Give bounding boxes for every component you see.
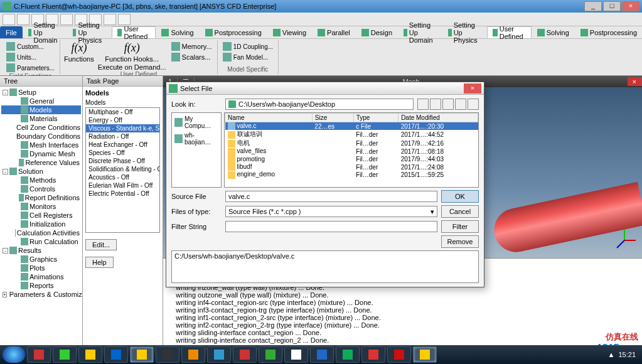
taskbar-app[interactable] [156,346,179,363]
tray-icon[interactable]: ▲ [608,351,615,358]
minimize-button[interactable]: _ [584,1,602,11]
list-view-button[interactable] [455,99,466,110]
tree-node[interactable]: Run Calculation [1,237,81,246]
detail-view-button[interactable] [468,99,479,110]
tree-node[interactable]: -Results [1,246,81,255]
model-item[interactable]: Viscous - Standard k-e, Stan [86,124,159,132]
places-sidebar[interactable]: My Compu…wh-baojian… [171,112,222,188]
models-list[interactable]: Multiphase - OffEnergy - OffViscous - St… [85,107,160,233]
taskbar-app[interactable] [78,346,102,363]
model-item[interactable]: Solidification & Melting - Off [86,165,159,173]
history-list[interactable]: C:/Users/wh-baojianye/Desktop/valve.c [171,250,479,283]
functions-menu[interactable]: Functions [64,55,94,63]
memory-button[interactable]: Memory... [170,41,213,51]
taskbar-app[interactable] [181,346,205,363]
taskbar-app[interactable] [284,346,308,363]
tree-node[interactable]: Plots [1,264,81,272]
ribbon-tab[interactable]: Design [356,26,398,38]
ribbon-tab[interactable]: Viewing [267,26,312,38]
scalars-button[interactable]: Scalars... [170,52,213,62]
ribbon-tab-file[interactable]: File [0,26,23,38]
ribbon-tab[interactable]: Postprocessing [575,26,642,38]
execute-on-demand-button[interactable]: Execute on Demand... [98,63,166,71]
model-item[interactable]: Energy - Off [86,116,159,124]
ribbon-tab[interactable]: Setting Up Domain [23,26,67,38]
file-row[interactable]: valve_filesFil…der2017/1…:08:18 [225,147,478,155]
look-in-combo[interactable]: C:\Users\wh-baojianye\Desktop [225,99,414,110]
file-row[interactable]: engine_demoFil…der2015/1…:59:25 [225,171,478,178]
ribbon-item[interactable]: 1D Coupling... [222,41,274,51]
file-row[interactable]: 联诚培训Fil…der2017/1…:44:52 [225,130,478,139]
file-row[interactable]: libudfFil…der2017/1…:24:08 [225,163,478,171]
tree-node[interactable]: Models [1,105,81,114]
model-item[interactable]: Electric Potential - Off [86,190,159,198]
column-header[interactable]: Type [353,114,398,122]
outline-tree[interactable]: -SetupGeneralModelsMaterialsCell Zone Co… [0,87,82,346]
model-item[interactable]: Species - Off [86,149,159,157]
ribbon-tab[interactable]: Setting Up Physics [442,26,487,38]
taskbar-app[interactable] [27,346,51,363]
start-button[interactable] [3,346,25,363]
toolbar-button[interactable] [118,14,131,25]
up-button[interactable] [430,99,441,110]
ribbon-item[interactable]: Parameters... [5,63,56,73]
tree-node[interactable]: Cell Zone Conditions [1,123,81,132]
tree-node[interactable]: Methods [1,176,81,185]
source-file-input[interactable] [225,191,437,202]
column-header[interactable]: Size [312,114,353,122]
tree-node[interactable]: Boundary Conditions [1,132,81,141]
filter-button[interactable]: Filter [441,220,479,233]
ribbon-item[interactable]: Units... [5,52,56,62]
tree-node[interactable]: Mesh Interfaces [1,141,81,149]
place-item[interactable]: My Compu… [173,114,220,131]
filter-string-input[interactable] [225,221,437,232]
tree-node[interactable]: Calculation Activities [1,228,81,237]
model-item[interactable]: Radiation - Off [86,132,159,141]
tree-node[interactable]: Report Definitions [1,193,81,202]
taskbar-app[interactable] [336,346,360,363]
taskbar-app[interactable] [104,346,128,363]
dialog-close-button[interactable]: × [464,83,481,94]
taskbar-app[interactable] [53,346,77,363]
close-button[interactable]: × [622,1,639,11]
tree-node[interactable]: Dynamic Mesh [1,149,81,158]
ribbon-tab[interactable]: User Defined [487,26,532,38]
remove-button[interactable]: Remove [441,235,479,248]
tree-node[interactable]: Reference Values [1,158,81,167]
ok-button[interactable]: OK [441,190,479,203]
toolbar-button[interactable] [17,14,29,25]
taskbar-app[interactable] [259,346,282,363]
tree-node[interactable]: Initialization [1,220,81,228]
file-row[interactable]: valve.c22…esc File2017/1…:20:30 [225,122,478,131]
toolbar-button[interactable] [3,14,15,25]
model-item[interactable]: Multiphase - Off [86,108,159,116]
ribbon-item[interactable]: Custom... [5,41,56,51]
ribbon-tab[interactable]: Postprocessing [200,26,267,38]
tree-node[interactable]: Reports [1,281,81,290]
tree-node[interactable]: +Parameters & Customiz... [1,290,81,299]
back-button[interactable] [417,99,429,110]
ribbon-item[interactable]: Fan Model... [222,52,274,62]
ribbon-tab[interactable]: Parallel [312,26,356,38]
taskbar-app[interactable] [387,346,411,363]
file-list[interactable]: NameSizeTypeDate Modifiedvalve.c22…esc F… [224,112,479,188]
file-row[interactable]: 电机Fil…der2017/9…:42:16 [225,139,478,147]
ribbon-tab[interactable]: Setting Up Domain [398,26,442,38]
tree-node[interactable]: Cell Registers [1,211,81,220]
tree-node[interactable]: Graphics [1,255,81,264]
taskbar-app[interactable] [130,346,154,363]
mesh-close-icon[interactable]: × [628,77,642,86]
model-item[interactable]: Acoustics - Off [86,173,159,181]
cancel-button[interactable]: Cancel [441,205,479,218]
function-hooks-button[interactable]: Function Hooks... [105,55,159,63]
taskbar-app[interactable] [361,346,385,363]
clock[interactable]: 15:21 [618,351,636,358]
tree-node[interactable]: Animations [1,272,81,281]
tree-node[interactable]: -Setup [1,88,81,97]
file-row[interactable]: promotingFil…der2017/9…:44:03 [225,156,478,163]
tree-node[interactable]: Monitors [1,202,81,211]
tree-node[interactable]: General [1,97,81,105]
taskbar-app[interactable] [207,346,231,363]
edit-button[interactable]: Edit... [85,239,117,250]
ribbon-tab[interactable]: Setting Up Physics [67,26,112,38]
